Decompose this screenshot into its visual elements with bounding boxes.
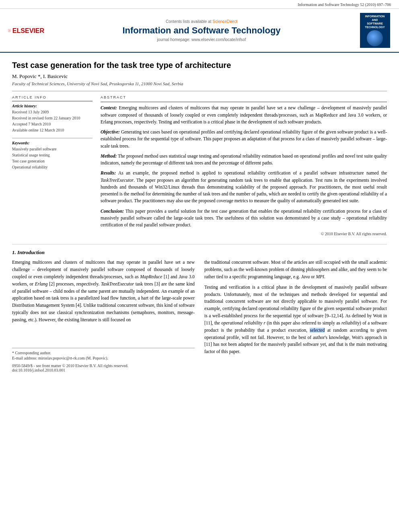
- history-label: Article history:: [12, 104, 93, 108]
- article-authors: M. Popovic *, I. Basicevic: [12, 73, 387, 80]
- journal-header: ELSEVIER Contents lists available at Sci…: [0, 9, 399, 53]
- method-label: Method:: [101, 154, 117, 158]
- journal-logo-right: INFORMATION AND SOFTWARE TECHNOLOGY: [359, 13, 391, 48]
- article-affiliation: Faculty of Technical Sciences, Universit…: [12, 81, 387, 86]
- abstract-results: Results: As an example, the proposed met…: [101, 170, 387, 204]
- doi-line: doi:10.1016/j.infsof.2010.03.001: [12, 368, 195, 372]
- abstract-objective: Objective: Generating test cases based o…: [101, 129, 387, 150]
- header-center: Contents lists available at ScienceDirec…: [44, 19, 359, 42]
- method-text: The proposed method uses statistical usa…: [101, 154, 387, 165]
- received-revised-date: Received in revised form 22 January 2010: [12, 115, 93, 121]
- article-info-col: ARTICLE INFO Article history: Received 1…: [12, 95, 93, 236]
- abstract-context: Context: Emerging multicores and cluster…: [101, 105, 387, 125]
- abstract-conclusion: Conclusion: This paper provides a useful…: [101, 208, 387, 229]
- results-text: As an example, the proposed method is ap…: [101, 170, 387, 203]
- journal-homepage: journal homepage: www.elsevier.com/locat…: [52, 37, 351, 42]
- corresponding-author-note: * Corresponding author.: [12, 351, 195, 355]
- accepted-date: Accepted 7 March 2010: [12, 121, 93, 127]
- article-body: Test case generation for the task tree t…: [0, 53, 399, 380]
- context-label: Context:: [101, 105, 117, 110]
- intro-para-right-1: the traditional concurrent software. Mos…: [204, 259, 387, 280]
- section-title: 1. Introduction: [12, 249, 387, 256]
- intro-para-1: Emerging multicores and clusters of mult…: [12, 259, 195, 323]
- sciencedirect-line: Contents lists available at ScienceDirec…: [52, 19, 351, 24]
- article-history: Article history: Received 13 July 2009 R…: [12, 104, 93, 133]
- keyword-2: Statistical usage testing: [12, 152, 93, 158]
- elsevier-wordmark: ELSEVIER: [12, 27, 44, 35]
- keyword-4: Operational reliability: [12, 164, 93, 170]
- logo-box-text: INFORMATION AND SOFTWARE TECHNOLOGY: [362, 14, 389, 29]
- keyword-1: Massively parallel software: [12, 146, 93, 152]
- logo-globe-icon: [367, 30, 383, 46]
- intro-right-col: the traditional concurrent software. Mos…: [204, 259, 387, 372]
- conclusion-text: This paper provides a useful solution fo…: [101, 209, 387, 228]
- abstract-col: ABSTRACT Context: Emerging multicores an…: [101, 95, 387, 236]
- context-text: Emerging multicores and clusters of mult…: [101, 105, 387, 124]
- results-label: Results:: [101, 170, 116, 175]
- intro-left-col: Emerging multicores and clusters of mult…: [12, 259, 195, 372]
- introduction-section: 1. Introduction Emerging multicores and …: [12, 244, 387, 372]
- sciencedirect-link[interactable]: ScienceDirect: [212, 19, 237, 24]
- copyright-line: © 2010 Elsevier B.V. All rights reserved…: [101, 232, 387, 236]
- available-online-date: Available online 12 March 2010: [12, 127, 93, 133]
- objective-label: Objective:: [101, 129, 120, 134]
- selected-highlight: selected: [310, 328, 325, 333]
- email-note: E-mail address: miroslav.popovic@rt-rk.c…: [12, 356, 195, 360]
- conclusion-label: Conclusion:: [101, 209, 124, 214]
- elsevier-tree-icon: [8, 18, 11, 43]
- journal-logo-box: INFORMATION AND SOFTWARE TECHNOLOGY: [360, 13, 390, 48]
- footnote-issn: 0950-5849/$ - see front matter © 2010 El…: [12, 364, 195, 372]
- objective-text: Generating test cases based on operation…: [101, 129, 387, 148]
- received-date: Received 13 July 2009: [12, 109, 93, 115]
- intro-body: Emerging multicores and clusters of mult…: [12, 259, 387, 372]
- elsevier-logo: ELSEVIER: [8, 18, 44, 43]
- abstract-method: Method: The proposed method uses statist…: [101, 153, 387, 167]
- keywords-block: Keywords: Massively parallel software St…: [12, 141, 93, 170]
- citation-text: Information and Software Technology 52 (…: [298, 2, 391, 7]
- divider: [12, 91, 387, 91]
- issn-line: 0950-5849/$ - see front matter © 2010 El…: [12, 364, 195, 368]
- sciencedirect-label: Contents lists available at: [166, 19, 211, 24]
- page: Information and Software Technology 52 (…: [0, 0, 399, 532]
- journal-title: Information and Software Technology: [52, 25, 351, 36]
- article-info-label: ARTICLE INFO: [12, 95, 93, 99]
- article-info-abstract: ARTICLE INFO Article history: Received 1…: [12, 95, 387, 236]
- keywords-label: Keywords:: [12, 141, 93, 145]
- journal-citation: Information and Software Technology 52 (…: [0, 0, 399, 9]
- article-title: Test case generation for the task tree t…: [12, 61, 387, 70]
- abstract-label: ABSTRACT: [101, 95, 387, 99]
- intro-para-right-2: Testing and verification is a critical p…: [204, 284, 387, 355]
- footnote-area: * Corresponding author. E-mail address: …: [12, 348, 195, 372]
- keyword-3: Test case generation: [12, 158, 93, 164]
